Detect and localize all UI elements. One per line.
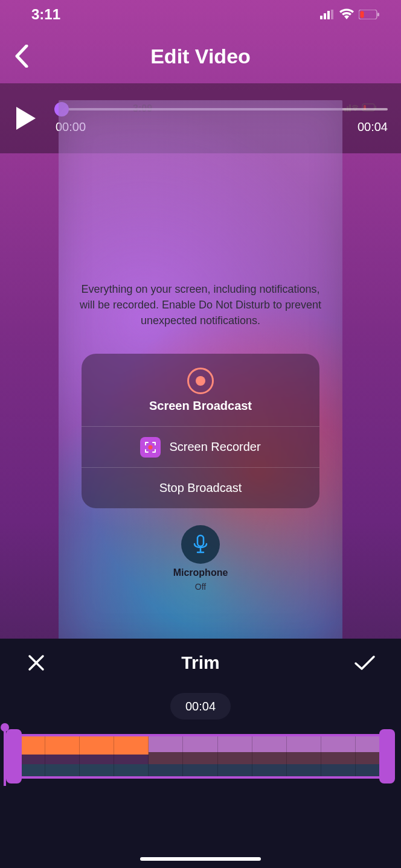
check-icon bbox=[354, 654, 376, 671]
preview-mic-title: Microphone bbox=[173, 567, 228, 578]
svg-point-13 bbox=[149, 445, 153, 449]
video-preview: Everything on your screen, including not… bbox=[59, 100, 342, 647]
filmstrip-thumb bbox=[183, 736, 217, 776]
microphone-icon bbox=[181, 525, 220, 564]
filmstrip-thumb bbox=[321, 736, 356, 776]
svg-rect-0 bbox=[320, 16, 322, 19]
home-indicator[interactable] bbox=[140, 857, 261, 861]
status-right bbox=[320, 6, 379, 23]
preview-microphone: Microphone Off bbox=[59, 525, 342, 592]
preview-broadcast-label: Screen Broadcast bbox=[149, 399, 252, 413]
play-button[interactable] bbox=[11, 103, 41, 133]
filmstrip-thumb bbox=[80, 736, 114, 776]
filmstrip-thumb bbox=[114, 736, 149, 776]
status-time: 3:11 bbox=[31, 6, 60, 23]
filmstrip[interactable] bbox=[8, 729, 393, 783]
trim-handle-left[interactable] bbox=[6, 729, 22, 783]
status-bar: 3:11 bbox=[0, 0, 401, 29]
chevron-left-icon bbox=[14, 45, 29, 68]
nav-bar: Edit Video bbox=[0, 29, 401, 83]
preview-mic-state: Off bbox=[195, 582, 206, 592]
cellular-icon bbox=[320, 6, 335, 23]
trim-title: Trim bbox=[181, 653, 219, 673]
svg-rect-5 bbox=[377, 13, 379, 16]
svg-rect-1 bbox=[324, 13, 326, 19]
svg-rect-14 bbox=[197, 535, 204, 546]
confirm-button[interactable] bbox=[353, 651, 377, 675]
cancel-button[interactable] bbox=[24, 651, 48, 675]
svg-rect-6 bbox=[361, 11, 364, 18]
preview-stop-label: Stop Broadcast bbox=[159, 481, 242, 495]
trim-duration: 00:04 bbox=[170, 693, 231, 720]
battery-icon bbox=[359, 6, 379, 23]
filmstrip-thumb bbox=[149, 736, 183, 776]
preview-stop-row: Stop Broadcast bbox=[82, 467, 319, 508]
preview-message: Everything on your screen, including not… bbox=[59, 281, 342, 328]
trim-handle-right[interactable] bbox=[379, 729, 395, 783]
back-button[interactable] bbox=[10, 44, 34, 68]
preview-app-label: Screen Recorder bbox=[169, 440, 260, 454]
wifi-icon bbox=[339, 6, 354, 23]
trim-panel: Trim 00:04 bbox=[0, 639, 401, 868]
time-end: 00:04 bbox=[358, 120, 388, 134]
filmstrip-thumb bbox=[45, 736, 80, 776]
preview-broadcast-sheet: Screen Broadcast Screen Recorder Stop Br… bbox=[82, 354, 319, 508]
filmstrip-track bbox=[8, 734, 393, 779]
filmstrip-thumb bbox=[218, 736, 252, 776]
preview-broadcast-header: Screen Broadcast bbox=[82, 354, 319, 426]
svg-rect-3 bbox=[331, 10, 333, 19]
filmstrip-thumb bbox=[252, 736, 287, 776]
svg-rect-2 bbox=[327, 11, 330, 19]
close-icon bbox=[27, 654, 45, 672]
screen-recorder-app-icon bbox=[140, 437, 161, 458]
filmstrip-thumb bbox=[287, 736, 321, 776]
trim-header: Trim bbox=[0, 639, 401, 687]
page-title: Edit Video bbox=[0, 45, 401, 68]
record-icon bbox=[187, 368, 214, 394]
trim-duration-value: 00:04 bbox=[185, 700, 216, 713]
play-icon bbox=[15, 106, 37, 131]
preview-app-row: Screen Recorder bbox=[82, 426, 319, 467]
